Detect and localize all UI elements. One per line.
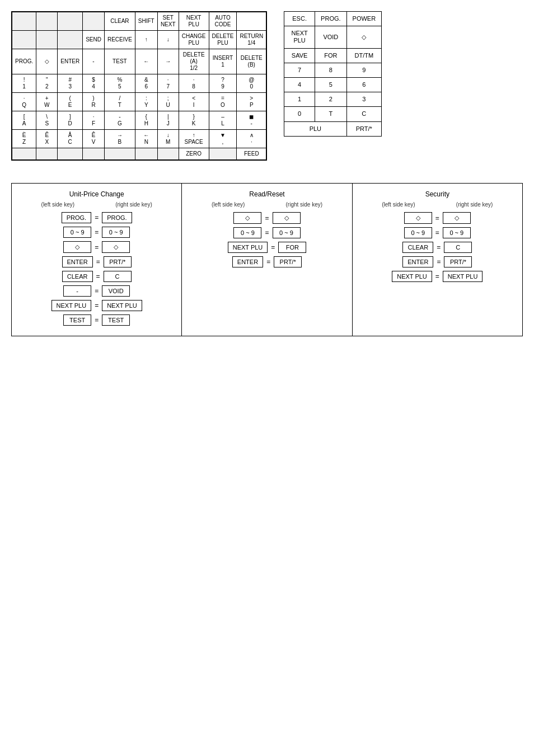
rr-key-diamond-r[interactable]: ◇ — [273, 212, 301, 224]
key-z[interactable]: ÈZ — [12, 130, 36, 148]
key-c[interactable]: ÅC — [58, 130, 83, 148]
key-8[interactable]: ·8 — [179, 74, 209, 93]
rr-key-prt[interactable]: PRT/* — [274, 256, 302, 267]
key-5[interactable]: %5 — [104, 74, 135, 93]
key-minus[interactable]: - — [83, 49, 105, 74]
key-send[interactable]: SEND — [83, 31, 105, 49]
sec-key-c[interactable]: C — [444, 242, 472, 253]
key-dash[interactable]: ◼- — [237, 111, 266, 130]
up-key-c[interactable]: C — [104, 271, 132, 282]
key-y[interactable]: :Y — [135, 93, 157, 111]
key-next-plu[interactable]: NEXTPLU — [179, 12, 209, 31]
key-down[interactable]: ↓ — [157, 31, 179, 49]
key-0[interactable]: @0 — [237, 74, 266, 93]
key-v[interactable]: ÊV — [83, 130, 105, 148]
key-7[interactable]: ·7 — [157, 74, 179, 93]
numpad-3[interactable]: 3 — [346, 92, 382, 107]
up-key-minus[interactable]: - — [63, 285, 91, 297]
up-key-09-r[interactable]: 0 ~ 9 — [102, 227, 130, 238]
key-4[interactable]: $4 — [83, 74, 105, 93]
numpad-diamond[interactable]: ◇ — [346, 26, 382, 48]
up-key-09[interactable]: 0 ~ 9 — [63, 227, 91, 238]
key-g[interactable]: -G — [104, 111, 135, 130]
key-9[interactable]: ?9 — [209, 74, 237, 93]
up-key-next-plu[interactable]: NEXT PLU — [51, 300, 92, 311]
sec-key-clear[interactable]: CLEAR — [402, 242, 433, 253]
rr-key-09-r[interactable]: 0 ~ 9 — [273, 227, 301, 238]
key-q[interactable]: ·Q — [12, 93, 36, 111]
sec-key-prt[interactable]: PRT/* — [444, 256, 472, 267]
key-b[interactable]: →B — [104, 130, 135, 148]
up-key-diamond-r[interactable]: ◇ — [102, 241, 130, 253]
up-key-next-plu-r[interactable]: NEXT PLU — [102, 300, 142, 311]
numpad-6[interactable]: 6 — [346, 77, 382, 92]
key-3[interactable]: #3 — [58, 74, 83, 93]
numpad-dt-tm[interactable]: DT/TM — [346, 48, 382, 63]
key-m[interactable]: ↓M — [157, 130, 179, 148]
key-a[interactable]: [A — [12, 111, 36, 130]
key-i[interactable]: <I — [179, 93, 209, 111]
key-right[interactable]: → — [157, 49, 179, 74]
numpad-void[interactable]: VOID — [315, 26, 346, 48]
numpad-2[interactable]: 2 — [315, 92, 346, 107]
key-return-14[interactable]: RETURN1/4 — [237, 31, 266, 49]
sec-key-next-plu[interactable]: NEXT PLU — [392, 271, 432, 282]
key-test[interactable]: TEST — [104, 49, 135, 74]
numpad-8[interactable]: 8 — [315, 63, 346, 77]
rr-key-for[interactable]: FOR — [278, 242, 306, 253]
key-shift[interactable]: SHIFT — [135, 12, 157, 31]
key-u[interactable]: ;U — [157, 93, 179, 111]
numpad-4[interactable]: 4 — [284, 77, 315, 92]
numpad-1[interactable]: 1 — [284, 92, 315, 107]
key-left[interactable]: ← — [135, 49, 157, 74]
numpad-power[interactable]: POWER — [346, 12, 382, 26]
key-n[interactable]: ←N — [135, 130, 157, 148]
sec-key-09[interactable]: 0 ~ 9 — [404, 227, 432, 238]
numpad-9[interactable]: 9 — [346, 63, 382, 77]
key-comma[interactable]: ▼, — [209, 130, 237, 148]
key-period[interactable]: ∧· — [237, 130, 266, 148]
key-o[interactable]: =O — [209, 93, 237, 111]
numpad-7[interactable]: 7 — [284, 63, 315, 77]
up-key-enter[interactable]: ENTER — [62, 256, 93, 267]
key-feed[interactable]: FEED — [237, 148, 266, 161]
numpad-next-plu[interactable]: NEXTPLU — [284, 26, 315, 48]
numpad-for[interactable]: FOR — [315, 48, 346, 63]
key-set-next[interactable]: SETNEXT — [157, 12, 179, 31]
key-f[interactable]: ·F — [83, 111, 105, 130]
sec-key-09-r[interactable]: 0 ~ 9 — [443, 227, 471, 238]
key-l[interactable]: –L — [209, 111, 237, 130]
numpad-0[interactable]: 0 — [284, 107, 315, 121]
key-x[interactable]: ÊX — [36, 130, 58, 148]
key-6[interactable]: &6 — [135, 74, 157, 93]
key-e[interactable]: (E — [58, 93, 83, 111]
key-w[interactable]: +W — [36, 93, 58, 111]
key-2[interactable]: "2 — [36, 74, 58, 93]
key-delete-b[interactable]: DELETE(B) — [237, 49, 266, 74]
key-s[interactable]: \S — [36, 111, 58, 130]
key-enter[interactable]: ENTER — [58, 49, 83, 74]
up-key-test-r[interactable]: TEST — [102, 314, 130, 326]
key-delete-a[interactable]: DELETE(A)1/2 — [179, 49, 209, 74]
up-key-diamond[interactable]: ◇ — [63, 241, 91, 253]
up-key-prog-r[interactable]: PROG. — [102, 212, 132, 223]
key-up[interactable]: ↑ — [135, 31, 157, 49]
key-clear[interactable]: CLEAR — [104, 12, 135, 31]
numpad-t[interactable]: T — [315, 107, 346, 121]
rr-key-enter[interactable]: ENTER — [232, 256, 263, 267]
key-p[interactable]: >P — [237, 93, 266, 111]
numpad-prt[interactable]: PRT/* — [346, 121, 382, 136]
key-delete-plu[interactable]: DELETEPLU — [209, 31, 237, 49]
up-key-clear[interactable]: CLEAR — [62, 271, 93, 282]
key-r[interactable]: )R — [83, 93, 105, 111]
rr-key-09[interactable]: 0 ~ 9 — [233, 227, 261, 238]
numpad-c[interactable]: C — [346, 107, 382, 121]
numpad-5[interactable]: 5 — [315, 77, 346, 92]
key-prog[interactable]: PROG. — [12, 49, 36, 74]
key-space[interactable]: ↑SPACE — [179, 130, 209, 148]
up-key-prog[interactable]: PROG. — [62, 212, 91, 223]
numpad-prog[interactable]: PROG. — [315, 12, 346, 26]
key-h[interactable]: {H — [135, 111, 157, 130]
key-receive[interactable]: RECEIVE — [104, 31, 135, 49]
key-auto-code[interactable]: AUTOCODE — [209, 12, 237, 31]
